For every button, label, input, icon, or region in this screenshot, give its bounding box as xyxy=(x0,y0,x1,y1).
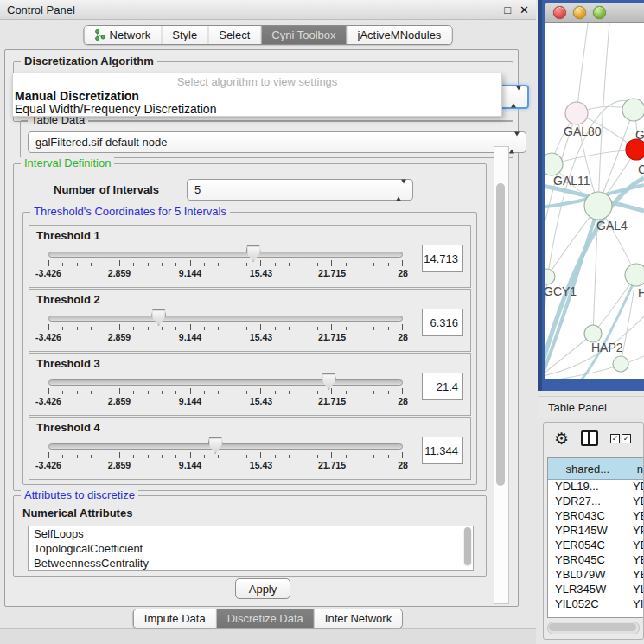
attribute-item[interactable]: SelfLoops xyxy=(29,526,473,541)
slider-track[interactable] xyxy=(48,379,403,386)
table-row[interactable]: YLR345WYLR3 xyxy=(548,583,643,597)
tick-label: -3.426 xyxy=(35,332,61,342)
tick-mark xyxy=(119,388,120,394)
tab-network[interactable]: Network xyxy=(85,26,163,44)
slider-track[interactable] xyxy=(48,443,403,450)
tick-mark xyxy=(402,452,403,458)
network-canvas[interactable]: GAL80GACGAL11GAL4GCY1HHAP2 xyxy=(545,23,644,379)
tick-mark xyxy=(317,455,318,458)
network-node[interactable] xyxy=(613,356,628,372)
table-row[interactable]: YDL19...YDL1 xyxy=(548,480,643,494)
threshold-slider[interactable]: -3.4262.8599.14415.4321.71528 xyxy=(48,314,403,340)
network-node[interactable] xyxy=(625,264,644,286)
network-node[interactable] xyxy=(626,139,644,160)
tick-mark xyxy=(275,391,276,394)
node-label: GCY1 xyxy=(545,284,577,298)
table-row[interactable]: YPR145WYPR1 xyxy=(548,524,643,539)
slider-track[interactable] xyxy=(48,252,403,258)
network-node[interactable] xyxy=(584,192,612,220)
threshold-slider[interactable]: -3.4262.8599.14415.4321.71528 xyxy=(48,442,403,468)
tab-impute-data[interactable]: Impute Data xyxy=(134,609,217,628)
threshold-value-field[interactable]: 11.344 xyxy=(422,437,463,464)
network-edge[interactable] xyxy=(545,334,593,377)
tick-mark xyxy=(317,327,318,330)
column-header-name[interactable]: n xyxy=(628,458,643,479)
checkbox-icon: ✓ xyxy=(610,434,620,443)
minimize-traffic-light[interactable] xyxy=(573,6,586,19)
tick-mark xyxy=(77,327,78,330)
algorithm-option-manual-discretization[interactable]: Manual Discretization xyxy=(13,90,501,103)
network-node[interactable] xyxy=(584,325,602,342)
tick-label: -3.426 xyxy=(35,268,61,278)
tick-mark xyxy=(388,391,389,394)
network-edge[interactable] xyxy=(621,275,636,363)
tab-cyni-toolbox[interactable]: Cyni Toolbox xyxy=(261,26,347,44)
slider-track[interactable] xyxy=(48,316,403,322)
network-node[interactable] xyxy=(622,99,644,121)
network-edge[interactable] xyxy=(577,23,588,113)
attribute-item[interactable]: BetweennessCentrality xyxy=(29,556,473,571)
threshold-slider[interactable]: -3.4262.8599.14415.4321.71528 xyxy=(48,250,403,276)
threshold-value-field[interactable]: 6.316 xyxy=(422,309,463,336)
group-title-algorithm: Discretization Algorithm xyxy=(21,55,157,67)
table-cell-name: YBR0 xyxy=(629,509,643,524)
network-graph[interactable]: GAL80GACGAL11GAL4GCY1HHAP2 xyxy=(545,23,644,379)
tab-infer-network[interactable]: Infer Network xyxy=(315,609,402,628)
table-row[interactable]: YBL079WYBL0 xyxy=(548,568,643,583)
table-cell-name: YLR3 xyxy=(629,583,643,597)
node-table: shared... n YDL19...YDL1YDR27...YDR2YBR0… xyxy=(547,457,643,618)
threshold-value-field[interactable]: 21.4 xyxy=(422,373,463,400)
gear-icon[interactable]: ⚙ xyxy=(554,430,569,447)
attribute-item[interactable]: TopologicalCoefficient xyxy=(29,541,473,556)
tab-discretize-data[interactable]: Discretize Data xyxy=(217,609,315,628)
table-data-combobox[interactable]: galFiltered.sif default node xyxy=(28,131,526,153)
tab-style[interactable]: Style xyxy=(162,26,208,44)
table-panel-title: Table Panel xyxy=(548,401,607,414)
tick-mark xyxy=(105,327,105,330)
column-header-shared-name[interactable]: shared... xyxy=(548,458,628,479)
close-icon[interactable]: ✕ xyxy=(520,3,529,16)
tick-mark xyxy=(204,263,205,266)
zoom-traffic-light[interactable] xyxy=(593,6,606,19)
tick-mark xyxy=(204,327,205,330)
tick-mark xyxy=(190,388,191,394)
table-cell-shared-name: YLR345W xyxy=(548,583,629,597)
apply-button[interactable]: Apply xyxy=(235,578,290,599)
tab-select[interactable]: Select xyxy=(208,26,261,44)
tick-mark xyxy=(246,263,247,266)
tab-jactivemnodules[interactable]: jActiveMNodules xyxy=(348,26,452,44)
threshold-value-field[interactable]: 14.713 xyxy=(422,245,463,272)
table-row[interactable]: YIL052CYIL0 xyxy=(548,597,643,612)
tick-label: 15.43 xyxy=(250,332,272,342)
threshold-label: Threshold 3 xyxy=(36,357,100,370)
table-cell-shared-name: YDR27... xyxy=(548,494,629,509)
tick-mark xyxy=(373,455,374,458)
checkboxes-icon[interactable]: ✓ ✓ xyxy=(610,434,631,443)
threshold-panel: Threshold 1-3.4262.8599.14415.4321.71528… xyxy=(29,225,471,288)
tick-labels: -3.4262.8599.14415.4321.71528 xyxy=(48,268,403,278)
float-window-icon[interactable]: □ xyxy=(504,3,511,16)
network-node[interactable] xyxy=(545,269,555,284)
num-intervals-combobox[interactable]: 5 xyxy=(187,179,413,201)
table-row[interactable]: YER054CYER0 xyxy=(548,539,643,553)
tick-mark xyxy=(91,263,92,266)
table-row[interactable]: YBR045CYBR0 xyxy=(548,553,643,568)
threshold-slider[interactable]: -3.4262.8599.14415.4321.71528 xyxy=(48,378,403,404)
split-columns-icon[interactable] xyxy=(581,430,598,446)
network-node[interactable] xyxy=(545,153,563,175)
table-row[interactable]: YBR043CYBR0 xyxy=(548,509,643,524)
close-traffic-light[interactable] xyxy=(553,6,566,19)
algorithm-option-equal-width-frequency-discretization[interactable]: Equal Width/Frequency Discretization xyxy=(13,103,501,116)
tick-mark xyxy=(233,327,233,330)
table-row[interactable]: YDR27...YDR2 xyxy=(548,494,643,509)
table-hscrollbar-thumb[interactable] xyxy=(549,623,636,631)
numerical-attributes-list[interactable]: SelfLoopsTopologicalCoefficientBetweenne… xyxy=(28,526,474,571)
threshold-label: Threshold 1 xyxy=(36,229,100,242)
tick-mark xyxy=(77,391,78,394)
list-scrollbar-thumb[interactable] xyxy=(464,527,471,565)
panel-scrollbar-thumb[interactable] xyxy=(496,183,505,486)
network-node[interactable] xyxy=(565,102,588,124)
tick-label: 21.715 xyxy=(318,332,346,342)
tick-label: 28 xyxy=(398,460,408,470)
tick-mark xyxy=(133,391,134,394)
